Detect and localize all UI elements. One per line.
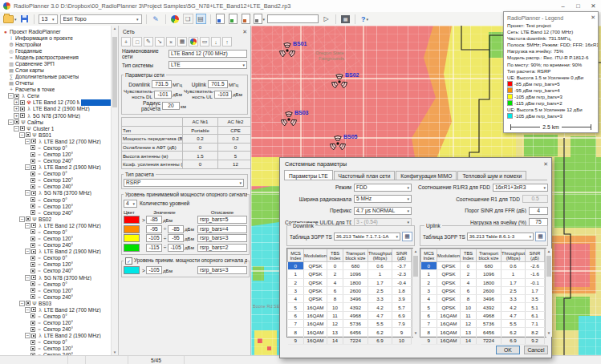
tree-checkbox[interactable] — [30, 346, 35, 351]
tree-item[interactable]: ≈Сектор 240° — [0, 293, 112, 300]
measure-tool-button[interactable]: ✎ — [151, 14, 161, 24]
level-value-input[interactable]: -95 — [168, 234, 184, 242]
level-value-input[interactable]: -85 — [168, 225, 184, 233]
tree-item[interactable]: −λLTE Band 2 (1900 MHz) — [0, 333, 112, 339]
tree-item[interactable]: ⚙Настройки — [0, 41, 112, 47]
tree-checkbox[interactable] — [30, 178, 35, 183]
collapse-icon[interactable]: − — [25, 275, 30, 281]
collapse-icon[interactable]: − — [25, 190, 30, 196]
expand-icon[interactable]: + — [14, 99, 19, 105]
scrollbar-thumb[interactable] — [546, 256, 551, 277]
sinr-threshold-input[interactable]: 4 — [529, 207, 548, 215]
system-type-select[interactable]: LTE▾ — [169, 61, 247, 69]
collapse-icon[interactable]: − — [19, 132, 25, 138]
tree-item[interactable]: ≈Сектор 120° — [0, 203, 112, 209]
tree-item[interactable]: ≈Сектор 0° — [0, 313, 112, 319]
legend-close-icon[interactable]: ✕ — [591, 14, 595, 21]
mode-select[interactable]: FDD▾ — [354, 184, 412, 192]
scroll-down-icon[interactable]: ▼ — [412, 330, 419, 337]
tree-item[interactable]: ≈Сектор 0° — [0, 196, 112, 203]
scroll-up-icon[interactable]: ▲ — [112, 26, 118, 32]
tree-item[interactable]: ≈Сектор 240° — [0, 184, 112, 190]
tree-item[interactable]: ◎Геоданные — [0, 47, 112, 54]
coverage-colors-button[interactable] — [170, 14, 181, 24]
tree-checkbox[interactable] — [31, 165, 36, 170]
level-description-input[interactable]: rsrp_bars=4 — [197, 225, 247, 233]
report-3-button[interactable] — [241, 14, 251, 24]
sensitivity-ul-input[interactable]: -103 — [214, 91, 232, 99]
tree-checkbox[interactable] — [20, 100, 25, 105]
tree-checkbox[interactable] — [31, 223, 36, 228]
table-button[interactable]: ▦ — [177, 37, 187, 47]
tree-item[interactable]: −λ5G N78 (3700 MHz) — [0, 274, 112, 281]
legend-toggle-button[interactable]: ▤ — [196, 14, 206, 24]
levels-count-select[interactable]: 4▾ — [124, 200, 137, 208]
tree-item[interactable]: ≈Сектор 120° — [0, 177, 112, 184]
scroll-up-icon[interactable]: ▲ — [546, 249, 552, 255]
tree-item[interactable]: −λLTE Band 12 (700 MHz) — [0, 306, 112, 313]
tree-item[interactable]: −ΨCluster 1 — [0, 125, 112, 131]
tree-item[interactable]: ≈Сектор 240° — [0, 158, 112, 164]
minimize-button[interactable]: – — [555, 0, 571, 12]
tree-checkbox[interactable] — [26, 301, 30, 305]
level-description-input[interactable]: rsrp_bars=2 — [197, 244, 247, 252]
tree-checkbox[interactable] — [30, 327, 35, 332]
bandwidth-select[interactable]: 5 MHz▾ — [354, 195, 412, 203]
zoom-level-combo[interactable]: 13▾ — [39, 14, 58, 24]
tree-checkbox[interactable] — [30, 243, 35, 248]
tree-item[interactable]: ≈Сектор 0° — [0, 339, 112, 346]
colors-button[interactable] — [189, 37, 198, 47]
tree-checkbox[interactable] — [31, 249, 36, 254]
add-network-button[interactable]: + — [121, 37, 131, 47]
network-name-input[interactable]: LTE Band 12 (700 MHz) — [169, 50, 247, 58]
downlink-input[interactable]: 731.5 — [152, 80, 172, 88]
close-button[interactable]: ✕ — [586, 0, 601, 12]
level-value-input[interactable]: -105 — [168, 244, 184, 252]
tree-item[interactable]: −λ5G N78 (3700 MHz) — [0, 190, 112, 196]
tree-item[interactable]: −λLTE Band 12 (700 MHz) — [0, 138, 112, 144]
collapse-icon[interactable]: − — [25, 307, 30, 313]
dl-table-edit-button[interactable]: ▦ — [402, 232, 412, 241]
tree-item[interactable]: ≈Модель распространения — [0, 54, 112, 60]
scrollbar-thumb[interactable] — [413, 256, 418, 277]
collapse-icon[interactable]: − — [25, 223, 30, 229]
expand-icon[interactable]: + — [14, 106, 19, 111]
panel-close-icon[interactable]: ✕ — [242, 29, 247, 35]
tree-item[interactable]: ≈Сектор 240° — [0, 242, 112, 249]
tree-item[interactable]: ≈Сектор 120° — [0, 261, 112, 268]
basemap-combo[interactable]: Esri Topo▾ — [60, 14, 142, 24]
ul-table-edit-button[interactable]: ▦ — [535, 232, 546, 241]
tree-item[interactable]: ≈Сектор 120° — [0, 236, 112, 242]
tree-item[interactable]: ▥Сравнение ЗРП — [0, 60, 112, 67]
tree-checkbox[interactable] — [20, 107, 25, 111]
radius-input[interactable]: 20 — [162, 102, 180, 110]
tree-item[interactable]: ≈Сектор 120° — [0, 320, 112, 326]
tree-checkbox[interactable] — [30, 321, 35, 326]
table-scrollbar[interactable]: ▲ ▼ — [545, 249, 552, 337]
tree-checkbox[interactable] — [30, 229, 35, 234]
collapse-icon[interactable]: − — [19, 301, 25, 306]
tree-item[interactable]: ≈Сектор 0° — [0, 171, 112, 177]
tree-checkbox[interactable] — [14, 94, 19, 99]
tab-1[interactable]: Параметры LTE — [284, 170, 333, 180]
level-value-input[interactable]: -105 — [146, 234, 162, 242]
tree-item[interactable]: ≈Сектор 120° — [0, 151, 112, 157]
tree-checkbox[interactable] — [26, 132, 30, 137]
tree-checkbox[interactable] — [30, 288, 35, 293]
tree-item[interactable]: ∑Дополнительные расчеты — [0, 74, 112, 80]
collapse-icon[interactable]: − — [25, 164, 30, 170]
tree-checkbox[interactable] — [30, 281, 35, 286]
tree-item[interactable]: ≈Сектор 240° — [0, 209, 112, 216]
tree-checkbox[interactable] — [30, 197, 35, 202]
tree-checkbox[interactable] — [30, 152, 35, 157]
help-button[interactable]: ?▾ — [359, 14, 370, 24]
level-value-input[interactable]: -85 — [146, 216, 162, 224]
tree-checkbox[interactable] — [30, 269, 35, 273]
tree-item[interactable]: ≈Сектор 240° — [0, 326, 112, 333]
collapse-icon[interactable]: − — [25, 333, 30, 338]
tree-item[interactable]: +λ5G N78 (3700 MHz) — [0, 112, 112, 119]
dialog-close-icon[interactable]: ✕ — [543, 161, 548, 168]
dl-table-select[interactable]: 36.213 Table 7.1.7.1-1A▾ — [334, 233, 400, 241]
report-4-button[interactable]: ▾ — [254, 14, 266, 24]
tree-item[interactable]: iИнформация о проекте — [0, 34, 112, 41]
